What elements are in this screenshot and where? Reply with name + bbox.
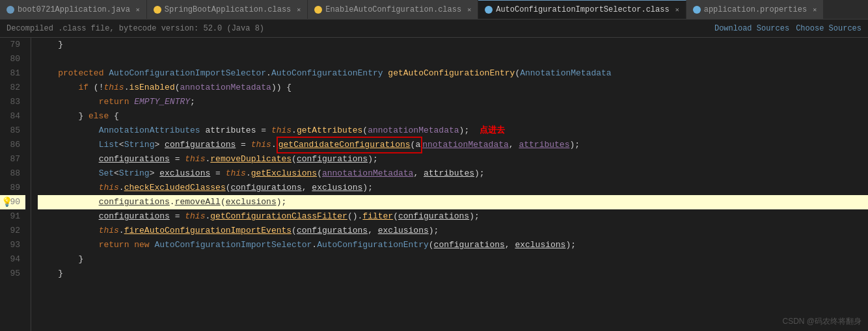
info-bar: Decompiled .class file, bytecode version… [0, 20, 868, 38]
tab-autoconfig-label: AutoConfigurationImportSelector.class [496, 5, 669, 14]
info-bar-actions: Download Sources Choose Sources [714, 24, 861, 33]
code-line-85: AnnotationAttributes attributes = this.g… [38, 124, 868, 138]
code-line-84: } else { [38, 109, 868, 124]
gutter-line-94: 94 [0, 252, 25, 267]
tab-boot-label: boot0721Application.java [18, 5, 130, 14]
tab-spring-label: SpringBootApplication.class [165, 5, 291, 14]
info-bar-message: Decompiled .class file, bytecode version… [7, 24, 264, 33]
code-content: } protected AutoConfigurationImportSelec… [31, 38, 868, 331]
code-line-91: configurations = this.getConfigurationCl… [38, 209, 868, 224]
tab-enable[interactable]: EnableAutoConfiguration.class ✕ [308, 0, 478, 19]
choose-sources-link[interactable]: Choose Sources [796, 24, 861, 33]
code-line-88: Set<String> exclusions = this.getExclusi… [38, 166, 868, 181]
tab-autoconfig-icon [485, 6, 493, 14]
tab-application[interactable]: application.properties ✕ [686, 0, 824, 19]
gutter-line-84: 84 [0, 109, 25, 124]
tab-enable-close[interactable]: ✕ [467, 6, 471, 14]
gutter-line-79: 79 [0, 38, 25, 52]
code-line-80 [38, 52, 868, 66]
watermark: CSDN @码农终将翻身 [782, 316, 861, 327]
code-line-83: return EMPTY_ENTRY; [38, 95, 868, 109]
gutter-line-88: 88 [0, 166, 25, 181]
code-line-87: configurations = this.removeDuplicates(c… [38, 152, 868, 166]
tab-spring-close[interactable]: ✕ [297, 6, 301, 14]
tab-autoconfig-close[interactable]: ✕ [675, 6, 679, 14]
tab-spring[interactable]: SpringBootApplication.class ✕ [147, 0, 308, 19]
tab-autoconfig[interactable]: AutoConfigurationImportSelector.class ✕ [478, 0, 686, 19]
gutter-line-92: 92 [0, 224, 25, 238]
gutter-line-89: 89 [0, 181, 25, 195]
gutter-line-87: 87 [0, 152, 25, 166]
tab-boot-icon [7, 6, 14, 14]
line-number-gutter: 79 80 81 82 83 84 85 86 87 88 89 💡 90 91… [0, 38, 31, 331]
download-sources-link[interactable]: Download Sources [714, 24, 789, 33]
gutter-line-80: 80 [0, 52, 25, 66]
code-line-89: this.checkExcludedClasses(configurations… [38, 181, 868, 195]
tab-application-label: application.properties [704, 5, 807, 14]
tab-boot[interactable]: boot0721Application.java ✕ [0, 0, 147, 19]
gutter-line-95: 95 [0, 267, 25, 281]
code-line-79: } [38, 38, 868, 52]
tab-application-icon [693, 6, 701, 14]
code-line-82: if (!this.isEnabled(annotationMetadata))… [38, 81, 868, 95]
tab-spring-icon [154, 6, 161, 14]
code-line-90: configurations.removeAll(exclusions); [38, 195, 868, 209]
gutter-line-86: 86 [0, 138, 25, 152]
gutter-line-93: 93 [0, 238, 25, 252]
bulb-icon[interactable]: 💡 [1, 195, 12, 209]
code-area: 79 80 81 82 83 84 85 86 87 88 89 💡 90 91… [0, 38, 868, 331]
gutter-line-85: 85 [0, 124, 25, 138]
code-line-95: } [38, 267, 868, 281]
box-outline-method: getCandidateConfigurations(a [277, 137, 422, 153]
code-line-86: List<String> configurations = this.getCa… [38, 138, 868, 152]
code-line-81: protected AutoConfigurationImportSelecto… [38, 66, 868, 81]
code-line-94: } [38, 252, 868, 267]
gutter-line-91: 91 [0, 209, 25, 224]
tab-enable-label: EnableAutoConfiguration.class [325, 5, 461, 14]
code-line-92: this.fireAutoConfigurationImportEvents(c… [38, 224, 868, 238]
gutter-line-83: 83 [0, 95, 25, 109]
tab-bar: boot0721Application.java ✕ SpringBootApp… [0, 0, 868, 20]
tab-application-close[interactable]: ✕ [813, 6, 817, 14]
code-line-93: return new AutoConfigurationImportSelect… [38, 238, 868, 252]
tab-boot-close[interactable]: ✕ [136, 6, 140, 14]
gutter-line-82: 82 [0, 81, 25, 95]
gutter-line-90: 💡 90 [0, 195, 25, 209]
gutter-line-81: 81 [0, 66, 25, 81]
tab-enable-icon [314, 6, 322, 14]
